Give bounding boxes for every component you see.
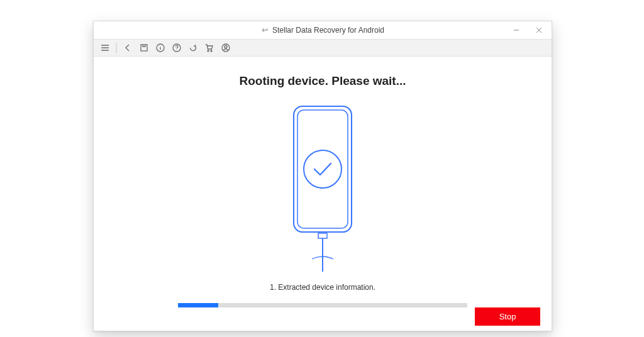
toolbar: | xyxy=(94,39,552,57)
progress-fill xyxy=(178,303,218,307)
refresh-icon[interactable] xyxy=(188,43,198,53)
user-icon[interactable] xyxy=(221,43,231,53)
cart-icon[interactable] xyxy=(204,43,214,53)
app-title-text: Stellar Data Recovery for Android xyxy=(272,26,384,35)
save-icon[interactable] xyxy=(139,43,149,53)
app-title: Stellar Data Recovery for Android xyxy=(94,26,552,35)
main-content: Rooting device. Please wait... 1. Extrac… xyxy=(94,57,552,307)
svg-point-10 xyxy=(304,150,341,188)
progress-bar xyxy=(178,303,467,307)
svg-point-4 xyxy=(208,50,209,52)
info-icon[interactable] xyxy=(155,43,165,53)
status-heading: Rooting device. Please wait... xyxy=(94,74,552,88)
back-icon[interactable] xyxy=(123,43,133,53)
app-window: Stellar Data Recovery for Android | xyxy=(93,21,552,331)
title-bar: Stellar Data Recovery for Android xyxy=(94,21,552,39)
svg-rect-8 xyxy=(294,106,352,232)
minimize-icon xyxy=(513,27,519,33)
back-arrow-icon xyxy=(261,26,269,34)
device-illustration xyxy=(282,103,364,273)
svg-point-5 xyxy=(211,50,212,52)
minimize-button[interactable] xyxy=(505,21,528,39)
close-icon xyxy=(536,27,542,33)
separator: | xyxy=(115,42,118,53)
svg-rect-1 xyxy=(141,45,147,51)
menu-icon[interactable] xyxy=(100,43,110,53)
close-button[interactable] xyxy=(528,21,550,39)
stop-button[interactable]: Stop xyxy=(475,307,540,326)
svg-rect-9 xyxy=(297,110,348,228)
svg-rect-11 xyxy=(318,233,327,238)
help-icon[interactable] xyxy=(172,43,182,53)
phone-icon xyxy=(282,103,364,273)
step-text: 1. Extracted device information. xyxy=(94,283,552,292)
svg-point-7 xyxy=(225,46,227,48)
